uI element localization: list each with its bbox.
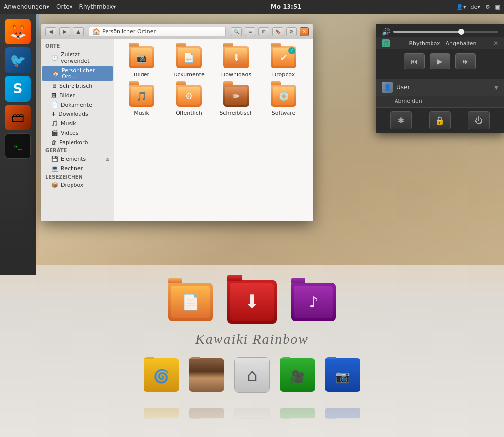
- blue-folder-reflection: [325, 408, 360, 419]
- file-label-dokumente: Dokumente: [173, 72, 205, 78]
- folder-icon-oeffentlich: ⚙: [176, 85, 202, 109]
- docs-symbol: 📄: [181, 293, 200, 311]
- topbar-clock: Mo 13:51: [271, 3, 302, 10]
- keyboard-icon[interactable]: de▾: [470, 4, 480, 10]
- volume-icon: 🔊: [382, 28, 390, 36]
- blue-folder-shape: 📷: [325, 358, 360, 392]
- trash-icon: 🗑: [51, 139, 57, 146]
- rb-lock-button[interactable]: 🔒: [429, 111, 451, 129]
- fm-up-button[interactable]: ▲: [73, 27, 84, 36]
- dock-icon-fox[interactable]: 🦊: [5, 19, 31, 44]
- yellow-folder-reflection: [144, 408, 179, 419]
- green-folder-icon: 🎥: [280, 357, 315, 393]
- sidebar-item-music[interactable]: 🎵 Musik: [41, 119, 114, 128]
- dropbox-icon: 📦: [51, 182, 58, 188]
- fm-list-view-button[interactable]: ≡: [245, 27, 255, 36]
- sidebar-item-label: Downloads: [58, 111, 88, 117]
- rb-tools-button[interactable]: ✱: [390, 111, 412, 129]
- fm-forward-button[interactable]: ▶: [59, 27, 70, 36]
- menu-anwendungen[interactable]: Anwendungen▾: [4, 3, 49, 10]
- eject-icon[interactable]: ⏏: [106, 156, 110, 162]
- menu-rhythmbox[interactable]: Rhythmbox▾: [79, 3, 116, 10]
- home-symbol: ⌂: [247, 365, 258, 385]
- sidebar-item-elements[interactable]: 💾 Elements ⏏: [41, 154, 114, 164]
- sidebar-item-pictures[interactable]: 🖼 Bilder: [41, 91, 114, 100]
- rb-volume-slider[interactable]: [393, 31, 498, 33]
- folder-icon-software: 💿: [271, 85, 296, 109]
- icon-thumb-brown: [189, 357, 224, 431]
- video-symbol: 🎥: [290, 370, 305, 384]
- file-label-bilder: Bilder: [134, 72, 149, 78]
- rb-play-button[interactable]: ▶: [430, 53, 450, 69]
- rb-close-button[interactable]: ✕: [493, 40, 498, 47]
- fm-settings-button[interactable]: ⚙: [286, 27, 297, 36]
- file-item-musik[interactable]: 🎵 Musik: [119, 83, 164, 118]
- sidebar-item-desktop[interactable]: 🖥 Schreibtisch: [41, 81, 114, 91]
- rb-abmelden-label[interactable]: Abmelden: [376, 96, 504, 107]
- rb-app-name: Rhythmbox - Angehalten: [409, 40, 476, 47]
- dock-icon-terminal[interactable]: $_: [5, 133, 31, 159]
- fm-bookmark-button[interactable]: 🔖: [272, 27, 283, 36]
- display-icon[interactable]: ▣: [495, 4, 500, 10]
- fm-grid-view-button[interactable]: ⊞: [258, 27, 269, 36]
- dock: 🦊 🐦 S 🗃 $_: [0, 14, 36, 275]
- file-item-software[interactable]: 💿 Software: [261, 83, 306, 118]
- dock-icon-files[interactable]: 🗃: [5, 105, 31, 130]
- fm-places-title: Orte: [41, 42, 114, 50]
- fm-search-button[interactable]: 🔍: [231, 27, 242, 36]
- file-label-oeffentlich: Öffentlich: [176, 110, 202, 116]
- rb-controls: ⏮ ▶ ⏭: [376, 49, 504, 73]
- camera-symbol: 📷: [335, 370, 350, 384]
- fm-body: Orte 🕐 Zuletzt verwendet 🏠 Persönlicher …: [41, 39, 313, 221]
- videos-icon: 🎬: [51, 130, 58, 136]
- sidebar-item-documents[interactable]: 📄 Dokumente: [41, 100, 114, 109]
- fm-path-bar[interactable]: 🏠 Persönlicher Ordner: [89, 27, 226, 36]
- rb-prev-button[interactable]: ⏮: [404, 53, 425, 69]
- sidebar-item-trash[interactable]: 🗑 Papierkorb: [41, 138, 114, 147]
- music-icon: 🎵: [51, 120, 58, 127]
- rb-shutdown-button[interactable]: ⏻: [468, 111, 490, 129]
- user-menu-icon[interactable]: 👤▾: [456, 4, 466, 10]
- sidebar-item-dropbox[interactable]: 📦 Dropbox: [41, 181, 114, 190]
- fm-back-button[interactable]: ◀: [45, 27, 56, 36]
- sidebar-item-videos[interactable]: 🎬 Videos: [41, 128, 114, 138]
- green-folder-reflection: [280, 408, 315, 419]
- sidebar-item-label: Schreibtisch: [59, 83, 92, 89]
- rb-user-row: 👤 User ▼: [376, 79, 504, 96]
- folder-icon-downloads: ⬇: [223, 46, 249, 70]
- fm-close-button[interactable]: ✕: [300, 27, 309, 36]
- sidebar-item-label: Dropbox: [61, 182, 83, 188]
- fm-titlebar: ◀ ▶ ▲ 🏠 Persönlicher Ordner 🔍 ≡ ⊞ 🔖 ⚙ ✕: [41, 24, 313, 39]
- topbar: Anwendungen▾ Orte▾ Rhythmbox▾ Mo 13:51 👤…: [0, 0, 504, 14]
- menu-orte[interactable]: Orte▾: [56, 3, 72, 10]
- sidebar-item-recent[interactable]: 🕐 Zuletzt verwendet: [41, 50, 114, 66]
- music-symbol: ♪: [309, 293, 318, 311]
- sidebar-item-label: Musik: [61, 120, 76, 127]
- file-item-downloads[interactable]: ⬇ Downloads: [214, 44, 258, 80]
- dock-icon-skype[interactable]: S: [5, 76, 31, 102]
- sidebar-item-rechner[interactable]: 💻 Rechner: [41, 164, 114, 173]
- rb-info-row: 🎵 Rhythmbox - Angehalten ✕: [376, 37, 504, 49]
- rb-next-button[interactable]: ⏭: [455, 53, 476, 69]
- file-item-schreibtisch[interactable]: ✏ Schreibtisch: [214, 83, 258, 118]
- sidebar-item-label: Elements: [61, 156, 86, 162]
- sidebar-item-home[interactable]: 🏠 Persönlicher Ord...: [42, 66, 113, 81]
- showcase-folder-music: ♪: [291, 283, 336, 321]
- yellow-folder-shape: 🌀: [144, 358, 179, 392]
- sidebar-item-label: Dokumente: [61, 102, 92, 108]
- file-item-oeffentlich[interactable]: ⚙ Öffentlich: [167, 83, 211, 118]
- dock-icon-bird[interactable]: 🐦: [5, 47, 31, 73]
- sidebar-item-downloads[interactable]: ⬇ Downloads: [41, 109, 114, 119]
- brown-folder-icon: [189, 357, 224, 393]
- red-folder-inner: ⬇: [230, 283, 274, 321]
- file-item-bilder[interactable]: 📷 Bilder: [119, 44, 164, 80]
- file-item-dropbox[interactable]: ✔ ✓ Dropbox: [261, 44, 306, 80]
- sidebar-item-label: Rechner: [61, 165, 83, 172]
- blue-folder-icon: 📷: [325, 357, 360, 393]
- folder-icon-dropbox: ✔ ✓: [271, 46, 296, 70]
- sidebar-item-label: Bilder: [59, 92, 75, 99]
- downloads-icon: ⬇: [51, 111, 56, 117]
- gear-icon[interactable]: ⚙: [485, 4, 490, 10]
- rb-user-dropdown-button[interactable]: ▼: [494, 85, 498, 90]
- file-item-dokumente[interactable]: 📄 Dokumente: [167, 44, 211, 80]
